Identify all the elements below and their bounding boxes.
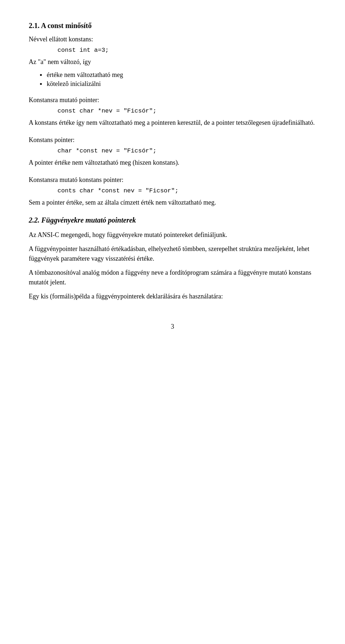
pointer-const-desc: A pointer értéke nem változtatható meg (… xyxy=(29,158,316,168)
pointer-const-block: Konstans pointer: char *const nev = "Fic… xyxy=(29,136,316,168)
intro-text: Az "a" nem változó, így xyxy=(29,57,316,67)
const-const-pointer-block: Konstansra mutató konstans pointer: cont… xyxy=(29,176,316,207)
section-22-heading: 2.2. Függvényekre mutató pointerek xyxy=(29,216,316,224)
section-21-title: A const minősítő xyxy=(41,22,92,29)
code-const-char: const char *nev = "Ficsór"; xyxy=(58,108,316,114)
const-pointer-label: Konstansra mutató pointer: xyxy=(29,96,316,104)
section-22-title: Függvényekre mutató pointerek xyxy=(41,216,136,224)
page-number: 3 xyxy=(29,323,316,330)
bullet-list: értéke nem változtatható meg kötelezô in… xyxy=(40,71,316,88)
section-22-para1: Az ANSI-C megengedi, hogy függvényekre m… xyxy=(29,230,316,240)
bullet-item-2: kötelezô inicializálni xyxy=(40,80,316,88)
section-22-para4: Egy kis (formális)példa a függvénypointe… xyxy=(29,292,316,301)
pointer-const-label: Konstans pointer: xyxy=(29,136,316,144)
code-const-int: const int a=3; xyxy=(58,47,316,54)
section-22: 2.2. Függvényekre mutató pointerek Az AN… xyxy=(29,216,316,301)
bullet-item-1: értéke nem változtatható meg xyxy=(40,71,316,79)
section-22-para2: A függvénypointer használható értékadásb… xyxy=(29,244,316,264)
code-char-const: char *const nev = "Ficsór"; xyxy=(58,147,316,154)
const-pointer-block: Konstansra mutató pointer: const char *n… xyxy=(29,96,316,128)
section-22-number: 2.2. xyxy=(29,216,40,224)
named-const-label: Névvel ellátott konstans: xyxy=(29,36,316,43)
const-const-pointer-label: Konstansra mutató konstans pointer: xyxy=(29,176,316,184)
const-pointer-desc: A konstans értéke így nem változtatható … xyxy=(29,118,316,128)
section-21-heading: 2.1. A const minősítő xyxy=(29,22,316,30)
named-const-block: Névvel ellátott konstans: const int a=3;… xyxy=(29,36,316,88)
const-const-pointer-desc: Sem a pointer értéke, sem az általa címz… xyxy=(29,198,316,207)
code-conts-char-const: conts char *const nev = "Ficsor"; xyxy=(58,187,316,194)
section-21-number: 2.1. xyxy=(29,22,40,29)
section-22-para3: A tömbazonosítóval analóg módon a függvé… xyxy=(29,268,316,287)
section-21: 2.1. A const minősítő Névvel ellátott ko… xyxy=(29,22,316,207)
